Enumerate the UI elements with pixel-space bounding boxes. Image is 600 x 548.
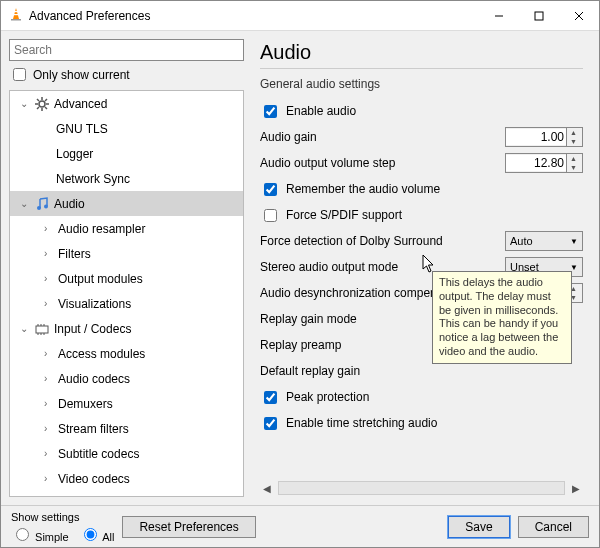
tree-item-label: Advanced <box>54 97 107 111</box>
tree-item-label: Logger <box>56 147 93 161</box>
simple-radio[interactable]: Simple <box>11 525 69 543</box>
peak-protection-checkbox[interactable]: Peak protection <box>260 388 583 407</box>
tree-item-input-codecs[interactable]: ⌄Input / Codecs <box>10 316 243 341</box>
svg-point-8 <box>39 101 45 107</box>
only-show-current-box[interactable] <box>13 68 26 81</box>
left-panel: Only show current ⌄AdvancedGNU TLSLogger… <box>9 39 244 497</box>
chevron-right-icon[interactable]: › <box>44 348 54 359</box>
minimize-button[interactable] <box>479 1 519 31</box>
dolby-label: Force detection of Dolby Surround <box>260 234 443 248</box>
page-title: Audio <box>260 41 583 64</box>
tree-item-video-codecs[interactable]: ›Video codecs <box>10 466 243 491</box>
dolby-select[interactable]: Auto▼ <box>505 231 583 251</box>
maximize-button[interactable] <box>519 1 559 31</box>
show-settings-label: Show settings <box>11 511 114 523</box>
chevron-down-icon[interactable]: ⌄ <box>20 323 30 334</box>
tree-item-label: Audio resampler <box>58 222 145 236</box>
window-title: Advanced Preferences <box>29 9 150 23</box>
spin-up-icon[interactable]: ▲ <box>566 128 580 137</box>
titlebar: Advanced Preferences <box>1 1 599 31</box>
tree-item-subtitle-codecs[interactable]: ›Subtitle codecs <box>10 441 243 466</box>
tree-item-demuxers[interactable]: ›Demuxers <box>10 391 243 416</box>
tree-item-audio-resampler[interactable]: ›Audio resampler <box>10 216 243 241</box>
tree-item-stream-filters[interactable]: ›Stream filters <box>10 416 243 441</box>
tree-item-output-modules[interactable]: ›Output modules <box>10 266 243 291</box>
chevron-right-icon[interactable]: › <box>44 248 54 259</box>
search-input[interactable] <box>9 39 244 61</box>
spin-down-icon[interactable]: ▼ <box>566 137 580 146</box>
tree-item-audio[interactable]: ⌄Audio <box>10 191 243 216</box>
replay-preamp-label: Replay preamp <box>260 338 341 352</box>
tree-item-label: Access modules <box>58 347 145 361</box>
tree-item-label: Demuxers <box>58 397 113 411</box>
enable-audio-checkbox[interactable]: Enable audio <box>260 102 583 121</box>
music-icon <box>34 197 50 211</box>
cursor-icon <box>422 254 436 277</box>
scroll-right-icon[interactable]: ▶ <box>569 483 583 494</box>
volume-step-label: Audio output volume step <box>260 156 395 170</box>
tree-item-label: Output modules <box>58 272 143 286</box>
remember-volume-checkbox[interactable]: Remember the audio volume <box>260 180 583 199</box>
tree-item-gnu-tls[interactable]: GNU TLS <box>10 116 243 141</box>
svg-rect-1 <box>11 19 21 21</box>
close-button[interactable] <box>559 1 599 31</box>
tree-item-label: Filters <box>58 247 91 261</box>
save-button[interactable]: Save <box>448 516 509 538</box>
tree-item-network-sync[interactable]: Network Sync <box>10 166 243 191</box>
horizontal-scrollbar[interactable]: ◀ ▶ <box>260 479 583 497</box>
svg-line-15 <box>45 99 47 101</box>
tree-item-label: GNU TLS <box>56 122 108 136</box>
svg-rect-5 <box>535 12 543 20</box>
spin-down-icon[interactable]: ▼ <box>566 163 580 172</box>
preferences-window: Advanced Preferences Only show current ⌄… <box>0 0 600 548</box>
tree-item-filters[interactable]: ›Filters <box>10 241 243 266</box>
tree-item-label: Stream filters <box>58 422 129 436</box>
time-stretch-checkbox[interactable]: Enable time stretching audio <box>260 414 583 433</box>
svg-line-13 <box>37 99 39 101</box>
all-radio[interactable]: All <box>79 525 115 543</box>
chevron-right-icon[interactable]: › <box>44 223 54 234</box>
default-replay-gain-label: Default replay gain <box>260 364 360 378</box>
chevron-right-icon[interactable]: › <box>44 448 54 459</box>
tree-item-logger[interactable]: Logger <box>10 141 243 166</box>
svg-marker-0 <box>13 8 19 19</box>
chevron-right-icon[interactable]: › <box>44 398 54 409</box>
codec-icon <box>34 322 50 336</box>
tree-item-advanced[interactable]: ⌄Advanced <box>10 91 243 116</box>
right-panel: Audio General audio settings Enable audi… <box>252 39 591 497</box>
chevron-right-icon[interactable]: › <box>44 298 54 309</box>
chevron-right-icon[interactable]: › <box>44 423 54 434</box>
chevron-right-icon[interactable]: › <box>44 373 54 384</box>
force-spdif-checkbox[interactable]: Force S/PDIF support <box>260 206 583 225</box>
chevron-right-icon[interactable]: › <box>44 273 54 284</box>
chevron-right-icon[interactable]: › <box>44 473 54 484</box>
section-subheading: General audio settings <box>260 77 583 91</box>
chevron-down-icon[interactable]: ⌄ <box>20 198 30 209</box>
chevron-down-icon[interactable]: ⌄ <box>20 98 30 109</box>
tree-item-label: Subtitle codecs <box>58 447 139 461</box>
cancel-button[interactable]: Cancel <box>518 516 589 538</box>
scroll-left-icon[interactable]: ◀ <box>260 483 274 494</box>
audio-gain-label: Audio gain <box>260 130 317 144</box>
tree-item-access-modules[interactable]: ›Access modules <box>10 341 243 366</box>
footer: Show settings Simple All Reset Preferenc… <box>1 505 599 547</box>
tree-item-visualizations[interactable]: ›Visualizations <box>10 291 243 316</box>
spin-up-icon[interactable]: ▲ <box>566 154 580 163</box>
svg-line-14 <box>45 107 47 109</box>
audio-gain-input[interactable]: ▲▼ <box>505 127 583 147</box>
volume-step-input[interactable]: ▲▼ <box>505 153 583 173</box>
replay-gain-mode-label: Replay gain mode <box>260 312 357 326</box>
stereo-mode-label: Stereo audio output mode <box>260 260 398 274</box>
tree-item-label: Audio codecs <box>58 372 130 386</box>
svg-line-16 <box>37 107 39 109</box>
vlc-cone-icon <box>9 7 23 24</box>
preferences-tree[interactable]: ⌄AdvancedGNU TLSLoggerNetwork Sync⌄Audio… <box>10 91 243 496</box>
desync-tooltip: This delays the audio output. The delay … <box>432 271 572 364</box>
only-show-current-checkbox[interactable]: Only show current <box>9 65 244 84</box>
reset-button[interactable]: Reset Preferences <box>122 516 255 538</box>
tree-item-label: Video codecs <box>58 472 130 486</box>
tree-item-audio-codecs[interactable]: ›Audio codecs <box>10 366 243 391</box>
tree-item-label: Visualizations <box>58 297 131 311</box>
svg-rect-3 <box>14 14 18 15</box>
tree-item-label: Network Sync <box>56 172 130 186</box>
